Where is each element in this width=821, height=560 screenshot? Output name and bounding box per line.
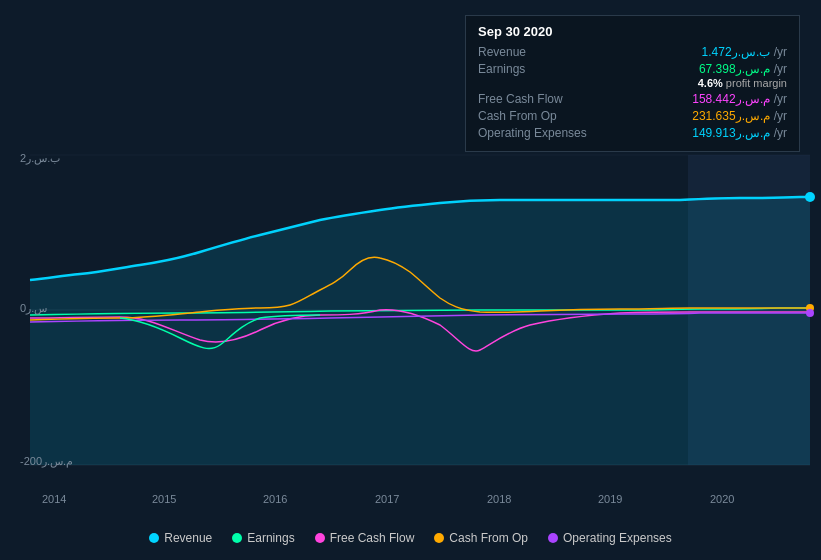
x-label-2017: 2017 — [375, 493, 399, 505]
legend-earnings-label: Earnings — [247, 531, 294, 545]
x-label-2015: 2015 — [152, 493, 176, 505]
tooltip-earnings-value: 67.398م.س.ر /yr — [598, 62, 787, 76]
y-axis-mid: 0س.ر — [20, 302, 47, 315]
tooltip-fcf-value: 158.442م.س.ر /yr — [598, 92, 787, 106]
tooltip-revenue-value: 1.472ب.س.ر /yr — [598, 45, 787, 59]
legend-earnings-dot — [232, 533, 242, 543]
legend-cashop[interactable]: Cash From Op — [434, 531, 528, 545]
legend-fcf-dot — [315, 533, 325, 543]
x-label-2018: 2018 — [487, 493, 511, 505]
legend-opex-label: Operating Expenses — [563, 531, 672, 545]
tooltip-cashop-value: 231.635م.س.ر /yr — [598, 109, 787, 123]
tooltip-opex-label: Operating Expenses — [478, 126, 598, 140]
legend-fcf-label: Free Cash Flow — [330, 531, 415, 545]
legend-cashop-label: Cash From Op — [449, 531, 528, 545]
legend-cashop-dot — [434, 533, 444, 543]
x-label-2016: 2016 — [263, 493, 287, 505]
y-axis-top: 2ب.س.ر — [20, 152, 60, 165]
x-label-2014: 2014 — [42, 493, 66, 505]
tooltip-title: Sep 30 2020 — [478, 24, 787, 39]
tooltip-revenue-row: Revenue 1.472ب.س.ر /yr — [478, 45, 787, 59]
svg-point-8 — [806, 309, 814, 317]
x-label-2019: 2019 — [598, 493, 622, 505]
svg-point-6 — [805, 192, 815, 202]
tooltip-profit-margin: 4.6% profit margin — [478, 77, 787, 89]
legend-opex-dot — [548, 533, 558, 543]
legend-fcf[interactable]: Free Cash Flow — [315, 531, 415, 545]
tooltip-cashop-label: Cash From Op — [478, 109, 598, 123]
legend-opex[interactable]: Operating Expenses — [548, 531, 672, 545]
tooltip-fcf-row: Free Cash Flow 158.442م.س.ر /yr — [478, 92, 787, 106]
tooltip-opex-value: 149.913م.س.ر /yr — [598, 126, 787, 140]
tooltip-earnings-row: Earnings 67.398م.س.ر /yr — [478, 62, 787, 76]
tooltip-revenue-label: Revenue — [478, 45, 598, 59]
legend-earnings[interactable]: Earnings — [232, 531, 294, 545]
y-axis-bot: -200م.س.ر — [20, 455, 73, 468]
tooltip-opex-row: Operating Expenses 149.913م.س.ر /yr — [478, 126, 787, 140]
x-label-2020: 2020 — [710, 493, 734, 505]
tooltip-panel: Sep 30 2020 Revenue 1.472ب.س.ر /yr Earni… — [465, 15, 800, 152]
legend-revenue-dot — [149, 533, 159, 543]
tooltip-earnings-label: Earnings — [478, 62, 598, 76]
chart-legend: Revenue Earnings Free Cash Flow Cash Fro… — [0, 531, 821, 545]
tooltip-cashop-row: Cash From Op 231.635م.س.ر /yr — [478, 109, 787, 123]
legend-revenue[interactable]: Revenue — [149, 531, 212, 545]
legend-revenue-label: Revenue — [164, 531, 212, 545]
tooltip-fcf-label: Free Cash Flow — [478, 92, 598, 106]
